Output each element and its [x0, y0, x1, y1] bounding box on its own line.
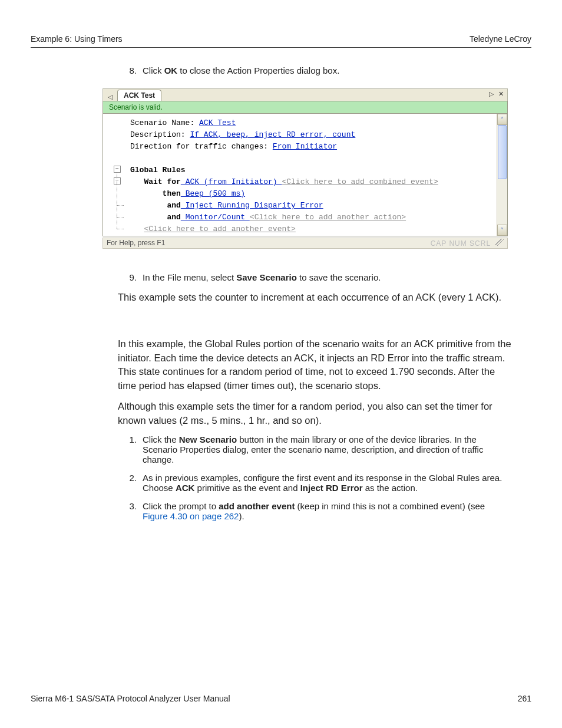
- resize-grip-icon[interactable]: [495, 239, 504, 246]
- page-header: Example 6: Using Timers Teledyne LeCroy: [31, 34, 531, 48]
- add-another-action-hint[interactable]: <Click here to add another action>: [250, 213, 406, 222]
- status-help-text: For Help, press F1: [107, 239, 165, 248]
- text: Click: [143, 65, 164, 75]
- paragraph: This example sets the counter to increme…: [118, 291, 511, 304]
- scroll-down-icon[interactable]: ˅: [497, 225, 507, 236]
- kw-and: and: [167, 213, 180, 222]
- tab-ack-test[interactable]: ACK Test: [117, 90, 161, 101]
- add-another-event-hint[interactable]: <Click here to add another event>: [144, 225, 295, 233]
- bold-text: OK: [164, 65, 178, 75]
- kw-then: then: [163, 189, 181, 198]
- keylock-text: CAP NUM SCRL: [431, 239, 491, 248]
- step-text: Click OK to close the Action Properties …: [143, 65, 511, 75]
- app-status-bar: For Help, press F1 CAP NUM SCRL: [103, 238, 508, 249]
- step-item: 8. Click OK to close the Action Properti…: [118, 65, 511, 75]
- header-left: Example 6: Using Timers: [31, 34, 123, 44]
- step-text: Click the New Scenario button in the mai…: [143, 434, 511, 465]
- header-right: Teledyne LeCroy: [470, 34, 531, 44]
- footer-right: 261: [518, 694, 531, 703]
- code-gutter: − −: [103, 114, 128, 236]
- scenario-code-area: − − Scenario Name: ACK Test Description:…: [103, 114, 508, 236]
- step-item: 3. Click the prompt to add another event…: [118, 501, 511, 521]
- tree-branch: [117, 229, 124, 229]
- step-number: 9.: [118, 272, 143, 282]
- step-number: 1.: [118, 434, 143, 465]
- event-ack-link[interactable]: ACK (from Initiator): [181, 177, 282, 186]
- tree-branch: [117, 217, 124, 218]
- step-text: As in previous examples, configure the f…: [143, 473, 511, 493]
- kw-wait-for: Wait for: [144, 177, 180, 186]
- step-item: 2. As in previous examples, configure th…: [118, 473, 511, 493]
- tree-line: [117, 172, 117, 229]
- section-global-rules: Global Rules: [130, 166, 186, 174]
- code-label: Scenario Name:: [130, 118, 199, 127]
- scenario-name-link[interactable]: ACK Test: [199, 118, 236, 127]
- paragraph: Although this example sets the timer for…: [118, 400, 511, 427]
- scenario-description-link[interactable]: If ACK, beep, inject RD error, count: [190, 130, 355, 139]
- step-item: 1. Click the New Scenario button in the …: [118, 434, 511, 465]
- panel-close-icon[interactable]: ✕: [498, 90, 504, 98]
- page-footer: Sierra M6-1 SAS/SATA Protocol Analyzer U…: [31, 694, 531, 703]
- tab-bar: ◁ ACK Test ▷ ✕: [103, 88, 508, 101]
- scroll-thumb[interactable]: [498, 125, 507, 179]
- scenario-direction-link[interactable]: From Initiator: [273, 142, 337, 151]
- step-number: 2.: [118, 473, 143, 493]
- action-monitor-count-link[interactable]: Monitor/Count: [181, 213, 250, 222]
- footer-left: Sierra M6-1 SAS/SATA Protocol Analyzer U…: [31, 694, 230, 703]
- step-text: In the File menu, select Save Scenario t…: [143, 272, 511, 282]
- code-label: Direction for traffic changes:: [130, 142, 273, 151]
- tree-branch: [117, 205, 124, 206]
- action-inject-rd-link[interactable]: Inject Running Disparity Error: [181, 201, 323, 210]
- vertical-scrollbar[interactable]: ˄ ˅: [497, 114, 507, 236]
- page-content: 8. Click OK to close the Action Properti…: [118, 65, 511, 521]
- scroll-up-icon[interactable]: ˄: [497, 114, 507, 125]
- code-label: Description:: [130, 130, 190, 139]
- scroll-track[interactable]: [497, 125, 507, 225]
- panel-menu-icon[interactable]: ▷: [489, 90, 494, 98]
- scenario-status-bar: Scenario is valid.: [103, 101, 508, 114]
- step-number: 8.: [118, 65, 143, 75]
- embedded-screenshot: ◁ ACK Test ▷ ✕ Scenario is valid. − − Sc…: [103, 88, 508, 249]
- kw-and: and: [167, 201, 180, 210]
- tab-scroll-left-icon[interactable]: ◁: [105, 93, 115, 101]
- scenario-code[interactable]: Scenario Name: ACK Test Description: If …: [128, 114, 497, 236]
- status-keylocks: CAP NUM SCRL: [431, 239, 504, 248]
- fold-toggle-icon[interactable]: −: [114, 166, 121, 173]
- add-combined-event-hint[interactable]: <Click here to add combined event>: [282, 177, 438, 186]
- fold-toggle-icon[interactable]: −: [114, 177, 121, 185]
- paragraph: In this example, the Global Rules portio…: [118, 337, 511, 393]
- text: to close the Action Properties dialog bo…: [177, 65, 339, 75]
- step-item: 9. In the File menu, select Save Scenari…: [118, 272, 511, 282]
- action-beep-link[interactable]: Beep (500 ms): [181, 189, 245, 198]
- step-number: 3.: [118, 501, 143, 521]
- step-text: Click the prompt to add another event (k…: [143, 501, 511, 521]
